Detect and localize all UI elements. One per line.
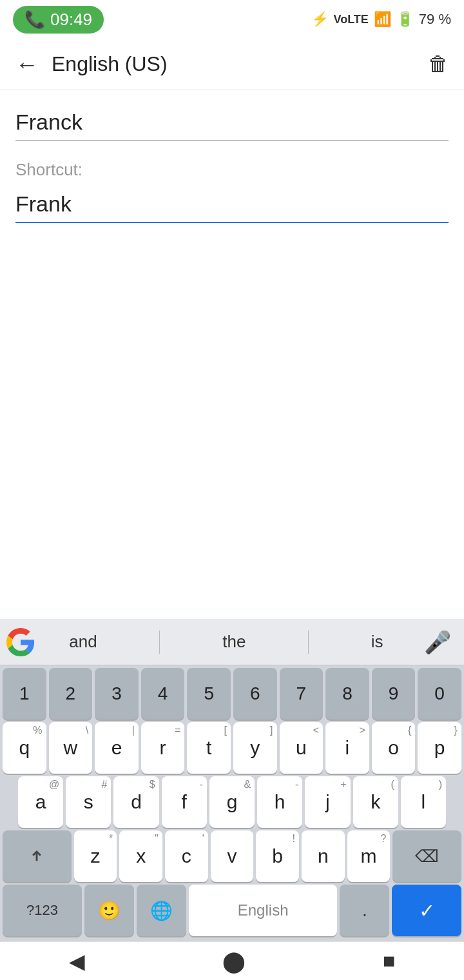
status-right: ⚡ VoLTE 📶 🔋 79 % [311,11,451,28]
status-time: 📞 09:49 [13,6,104,34]
asdf-row: @a #s $d -f &g -h +j (k )l [0,774,464,828]
shortcut-input[interactable] [15,185,449,223]
key-v[interactable]: v [211,830,254,882]
key-backspace[interactable]: ⌫ [392,830,461,882]
key-6[interactable]: 6 [233,668,277,720]
suggestion-and[interactable]: and [63,632,103,652]
number-row: 1 2 3 4 5 6 7 8 9 0 [0,665,464,720]
key-n[interactable]: n [302,830,345,882]
key-f[interactable]: -f [162,776,207,828]
suggestion-is[interactable]: is [365,632,390,652]
key-s[interactable]: #s [66,776,111,828]
key-y[interactable]: ]y [233,722,277,774]
key-j[interactable]: +j [305,776,350,828]
top-bar: ← English (US) 🗑 [0,39,464,90]
key-m[interactable]: ?m [347,830,391,882]
key-shift[interactable] [3,830,72,882]
status-bar: 📞 09:49 ⚡ VoLTE 📶 🔋 79 % [0,0,464,39]
key-i[interactable]: >i [325,722,369,774]
suggestion-the[interactable]: the [216,632,252,652]
key-x[interactable]: "x [119,830,162,882]
key-r[interactable]: =r [141,722,185,774]
key-9[interactable]: 9 [372,668,416,720]
key-3[interactable]: 3 [95,668,139,720]
key-u[interactable]: <u [280,722,324,774]
qwerty-row: %q \w |e =r [t ]y <u >i {o }p [0,720,464,774]
key-z[interactable]: *z [74,830,117,882]
key-t[interactable]: [t [187,722,231,774]
key-num123[interactable]: ?123 [3,885,82,936]
shortcut-label: Shortcut: [15,160,449,180]
nav-recents-button[interactable]: ■ [383,949,395,973]
key-8[interactable]: 8 [325,668,369,720]
back-button[interactable]: ← [15,53,39,76]
key-b[interactable]: !b [256,830,299,882]
phone-icon-status: 📞 [24,10,45,30]
key-2[interactable]: 2 [49,668,93,720]
bottom-row: ?123 🙂 🌐 English . ✓ [0,882,464,941]
suggestion-divider-2 [308,631,309,654]
key-c[interactable]: 'c [165,830,208,882]
key-d[interactable]: $d [113,776,159,828]
bluetooth-icon: ⚡ [311,11,329,28]
key-1[interactable]: 1 [3,668,46,720]
key-p[interactable]: }p [418,722,461,774]
page-title: English (US) [52,52,428,76]
key-q[interactable]: %q [3,722,46,774]
keyboard-area: and the is 🎤 1 2 3 4 5 6 7 8 9 0 %q \w |… [0,619,464,941]
key-0[interactable]: 0 [418,668,461,720]
key-5[interactable]: 5 [187,668,231,720]
nav-home-button[interactable]: ⬤ [222,949,246,974]
battery-text: 79 % [419,11,451,28]
key-emoji[interactable]: 🙂 [84,885,134,936]
delete-button[interactable]: 🗑 [428,52,449,76]
key-period[interactable]: . [340,885,389,936]
key-7[interactable]: 7 [280,668,324,720]
key-o[interactable]: {o [372,722,416,774]
key-space[interactable]: English [189,885,338,936]
battery-icon: 🔋 [396,11,414,28]
signal-icon: 📶 [374,11,391,28]
nav-bar: ◀ ⬤ ■ [0,941,464,980]
key-k[interactable]: (k [353,776,398,828]
word-input[interactable] [15,103,449,141]
key-4[interactable]: 4 [141,668,185,720]
main-content: Shortcut: [0,90,464,236]
mic-icon[interactable]: 🎤 [418,629,458,655]
suggestions-row: and the is 🎤 [0,619,464,665]
google-g-icon [6,628,35,656]
suggestion-divider-1 [159,631,160,654]
suggestions-list: and the is [35,631,418,654]
status-time-text: 09:49 [50,10,92,30]
key-a[interactable]: @a [18,776,63,828]
shift-icon [28,847,46,865]
key-globe[interactable]: 🌐 [137,885,186,936]
key-w[interactable]: \w [49,722,93,774]
zxcv-row: *z "x 'c v !b n ?m ⌫ [0,828,464,882]
key-e[interactable]: |e [95,722,139,774]
volte-icon: VoLTE [334,13,369,26]
key-g[interactable]: &g [209,776,255,828]
nav-back-button[interactable]: ◀ [69,949,85,974]
key-h[interactable]: -h [257,776,302,828]
key-l[interactable]: )l [401,776,446,828]
key-enter[interactable]: ✓ [392,885,461,936]
